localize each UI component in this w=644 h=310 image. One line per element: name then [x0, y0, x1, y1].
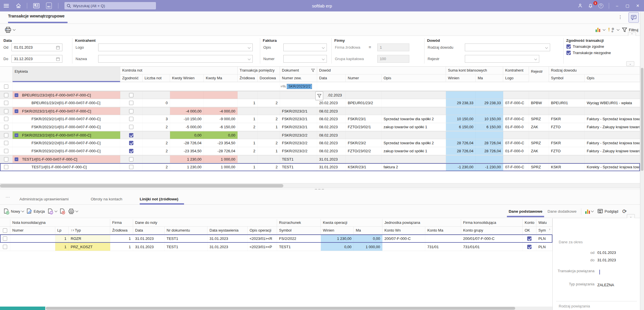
column-group-header[interactable]: Rozrachunek [277, 219, 321, 227]
column-group-header[interactable]: Walu [536, 219, 552, 227]
chart-dropdown-chevron-icon[interactable] [591, 210, 594, 212]
column-group-header[interactable]: Nota konsolidacyjna [10, 219, 110, 227]
column-header-numer[interactable]: Numer [10, 227, 55, 234]
column-header-datawyst[interactable]: Data wystawienia [208, 227, 248, 234]
column-header-ma[interactable]: Ma [476, 74, 503, 82]
zgodnosc-checkbox[interactable] [129, 141, 133, 145]
tab-linijki-not-zrodlowe[interactable]: Linijki not (źródłowe) [140, 197, 178, 201]
row-checkbox[interactable] [4, 141, 8, 145]
column-header-lp[interactable]: Lp [55, 227, 69, 234]
ok-checkbox[interactable] [527, 245, 532, 249]
date-from-input[interactable]: 01.01.2023 [11, 44, 62, 51]
column-group-header[interactable]: Kwota operacji [321, 219, 382, 227]
settings-dropdown-chevron-icon[interactable] [617, 28, 620, 31]
transakcje-zgodne-checkbox[interactable] [566, 44, 571, 49]
edycja-button[interactable]: Edycja [26, 208, 45, 215]
table-row[interactable]: FSKR/2023/2/1#[01-F-000-0#07-F-000-C]2-5… [0, 123, 640, 131]
print-dropdown-chevron-icon[interactable] [13, 28, 16, 31]
rodzaj-dowodu-select[interactable] [465, 44, 550, 51]
row-checkbox[interactable] [4, 149, 8, 153]
select-all-checkbox[interactable] [4, 84, 8, 89]
row-checkbox[interactable] [4, 101, 8, 105]
column-header-ok[interactable]: OK [523, 227, 536, 234]
column-header-zr[interactable]: Źródłowa [238, 74, 258, 82]
podglad-button[interactable]: Podgląd [597, 209, 618, 214]
transakcje-niezgodne-checkbox[interactable] [566, 51, 571, 55]
row-checkbox[interactable] [3, 245, 7, 249]
zgodnosc-checkbox[interactable] [129, 101, 133, 105]
column-header-ma[interactable]: Ma [354, 227, 382, 234]
filtruj-button[interactable]: Filtruj [622, 27, 638, 32]
column-group-header[interactable]: Rejestr [529, 67, 549, 82]
column-header-kontogrupy[interactable]: Konto grupy [461, 227, 523, 234]
table-row[interactable]: FSKR/2023/2/2#[01-F-000-0#07-F-000-C]2-2… [0, 147, 640, 155]
grupa-kapitalowa-input[interactable]: 100 [377, 55, 409, 63]
date-to-input[interactable]: 31.12.2023 [11, 55, 62, 63]
tab-options-kebab-icon[interactable]: ⋮ [617, 14, 623, 21]
filter-value-input[interactable]: SKR/2023/2/2 [287, 84, 312, 89]
column-group-header[interactable] [0, 67, 13, 82]
column-group-header[interactable]: Jednostka powiązana [382, 219, 461, 227]
column-header-sel[interactable] [0, 227, 10, 234]
zgodnosc-checkbox[interactable] [129, 117, 133, 121]
nowy-dropdown-chevron-icon[interactable] [21, 210, 24, 212]
faktura-numer-select[interactable] [283, 55, 327, 63]
group-row[interactable]: −FSKR/2023/2/1#[01-F-000-0#07-F-000-C]-4… [0, 107, 640, 115]
column-group-header[interactable]: Kontrahent [503, 67, 529, 74]
tab-transakcje-wewnatrzgrupowe[interactable]: Transakcje wewnątrzgrupowe [8, 14, 69, 22]
scrollbar-thumb[interactable] [0, 184, 283, 187]
column-group-header[interactable]: Etykieta [13, 67, 120, 82]
column-filter-icon[interactable] [311, 69, 315, 72]
vertical-scrollbar[interactable] [640, 12, 644, 310]
column-header-winien[interactable]: Winien [321, 227, 354, 234]
bc-module-button[interactable]: BC [43, 0, 55, 11]
column-group-header[interactable]: Dowód [317, 67, 446, 74]
zgodnosc-checkbox[interactable] [129, 165, 133, 169]
row-checkbox[interactable] [4, 165, 8, 169]
zgodnosc-checkbox[interactable] [129, 93, 133, 97]
zgodnosc-checkbox[interactable] [129, 157, 133, 161]
column-group-header[interactable]: Dane do noty [133, 219, 277, 227]
calendar-icon[interactable] [56, 46, 60, 50]
column-header-nz[interactable]: Numer zew. [280, 74, 317, 82]
column-group-header[interactable]: Kontrola not [120, 67, 238, 74]
table-row[interactable]: TEST1#[01-F-000-0#07-F-000-C]21 230,001 … [0, 163, 640, 171]
row-checkbox[interactable] [4, 93, 8, 97]
scrollbar-thumb[interactable] [641, 68, 643, 171]
column-group-header[interactable]: Firma [110, 219, 133, 227]
info-dropdown-chevron-icon[interactable] [54, 210, 57, 212]
firma-zrodlowa-input[interactable]: 1 [377, 44, 409, 51]
column-header-symbol[interactable]: Symbol [277, 227, 321, 234]
collapse-group-icon[interactable]: − [15, 133, 18, 137]
table-row[interactable]: BPEUR01/23/2#[01-F-000-0#07-F-000-C]0122… [0, 99, 640, 107]
zgodnosc-checkbox[interactable] [129, 109, 133, 113]
column-header-kontoma[interactable]: Konto Ma [425, 227, 461, 234]
column-group-header[interactable]: Dokument [280, 67, 317, 74]
bottom-tabs-kebab-icon[interactable]: ⋮ [5, 195, 10, 200]
column-group-header[interactable]: Konto [523, 219, 536, 227]
faktura-opis-select[interactable] [283, 44, 327, 51]
kontrahent-logo-select[interactable] [98, 44, 253, 51]
column-header-typ[interactable]: ↑3Typ [69, 227, 110, 234]
zgodnosc-checkbox[interactable] [129, 125, 133, 129]
home-button[interactable] [13, 0, 24, 11]
expand-filters-chevron-down[interactable]: ⌄ [626, 61, 634, 66]
row-checkbox[interactable] [3, 236, 7, 241]
rejestr-select[interactable] [465, 55, 539, 63]
collapse-group-icon[interactable]: − [15, 93, 18, 97]
sort-asc-icon[interactable]: ↑3 [71, 227, 74, 234]
nowy-button[interactable]: Nowy [3, 208, 24, 215]
close-button[interactable]: ✕ [633, 0, 643, 11]
document-info-button[interactable] [48, 208, 57, 215]
refresh-icon[interactable]: ⟳ [622, 208, 627, 215]
column-header-zrodlowa[interactable]: Źródłowa [110, 227, 133, 234]
collapse-group-icon[interactable]: − [15, 109, 18, 113]
main-horizontal-scrollbar[interactable] [0, 183, 640, 188]
chart-view-button[interactable] [585, 209, 593, 214]
column-group-header[interactable]: Transakcja pomiędzy [238, 67, 280, 74]
row-checkbox[interactable] [4, 109, 8, 113]
minimize-button[interactable]: – [612, 0, 622, 11]
maximize-button[interactable]: ▢ [622, 0, 633, 11]
notifications-button[interactable]: 1 [585, 0, 596, 11]
delete-button[interactable] [60, 208, 66, 215]
